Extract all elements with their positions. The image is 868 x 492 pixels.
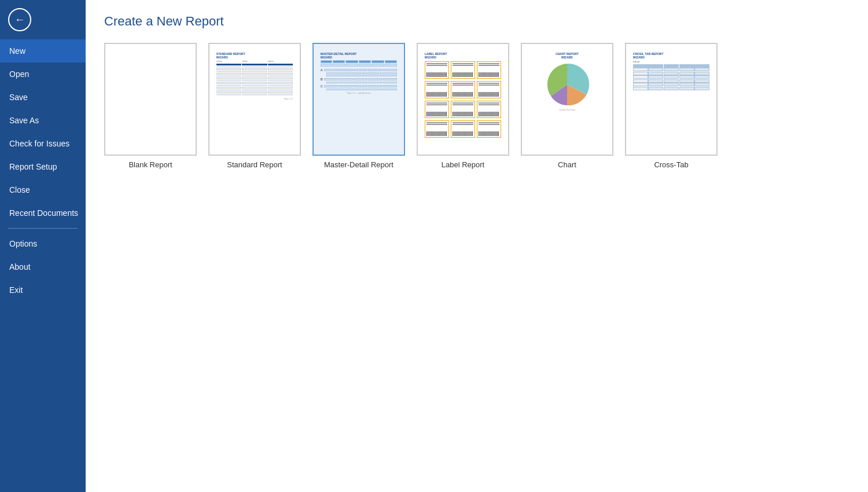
report-card-standard[interactable]: STANDARD REPORTWIZARD column column colu… <box>208 43 301 169</box>
report-thumb-standard[interactable]: STANDARD REPORTWIZARD column column colu… <box>208 43 301 156</box>
sidebar-item-exit[interactable]: Exit <box>0 278 86 302</box>
report-card-label[interactable]: LABEL REPORTWIZARD <box>417 43 509 169</box>
sidebar-item-recent-docs[interactable]: Recent Documents <box>0 201 86 225</box>
report-thumb-cross-tab[interactable]: CROSS, TAB REPORTWIZARD Labels <box>625 43 718 156</box>
standard-preview: STANDARD REPORTWIZARD column column colu… <box>214 50 295 149</box>
label-preview: LABEL REPORTWIZARD <box>422 50 503 149</box>
report-thumb-chart[interactable]: CHART REPORTWIZARD sample chart data <box>521 43 613 156</box>
sidebar-item-close[interactable]: Close <box>0 178 86 201</box>
back-button[interactable] <box>8 8 31 31</box>
sidebar-item-about[interactable]: About <box>0 255 86 278</box>
sidebar-item-options[interactable]: Options <box>0 232 86 255</box>
report-thumb-master-detail[interactable]: MASTER-DETAIL REPORTWIZARD <box>312 43 405 156</box>
sidebar-item-check-issues[interactable]: Check for Issues <box>0 132 86 155</box>
report-label-standard: Standard Report <box>227 160 282 169</box>
sidebar: New Open Save Save As Check for Issues R… <box>0 0 86 492</box>
cross-tab-preview: CROSS, TAB REPORTWIZARD Labels <box>631 50 712 149</box>
page-title: Create a New Report <box>104 14 849 29</box>
report-type-grid: Blank Report STANDARD REPORTWIZARD colum… <box>104 43 849 169</box>
report-label-master-detail: Master-Detail Report <box>324 160 393 169</box>
sidebar-item-save-as[interactable]: Save As <box>0 109 86 132</box>
report-label-blank: Blank Report <box>128 160 172 169</box>
pie-chart-svg <box>544 61 590 108</box>
report-label-label: Label Report <box>442 160 484 169</box>
report-card-chart[interactable]: CHART REPORTWIZARD sample chart data Cha… <box>521 43 613 169</box>
blank-preview <box>105 44 196 155</box>
report-card-blank[interactable]: Blank Report <box>104 43 197 169</box>
report-thumb-label[interactable]: LABEL REPORTWIZARD <box>417 43 509 156</box>
sidebar-item-save[interactable]: Save <box>0 86 86 109</box>
report-card-cross-tab[interactable]: CROSS, TAB REPORTWIZARD Labels <box>625 43 718 169</box>
sidebar-item-report-setup[interactable]: Report Setup <box>0 155 86 178</box>
sidebar-item-new[interactable]: New <box>0 39 86 63</box>
report-thumb-blank[interactable] <box>104 43 197 156</box>
report-card-master-detail[interactable]: MASTER-DETAIL REPORTWIZARD <box>312 43 405 169</box>
report-label-chart: Chart <box>558 160 576 169</box>
sidebar-divider <box>8 228 78 229</box>
chart-preview: CHART REPORTWIZARD sample chart data <box>527 50 608 149</box>
sidebar-item-open[interactable]: Open <box>0 63 86 86</box>
master-detail-preview: MASTER-DETAIL REPORTWIZARD <box>318 50 399 149</box>
main-content: Create a New Report Blank Report STANDAR… <box>86 0 868 492</box>
report-label-cross-tab: Cross-Tab <box>654 160 688 169</box>
